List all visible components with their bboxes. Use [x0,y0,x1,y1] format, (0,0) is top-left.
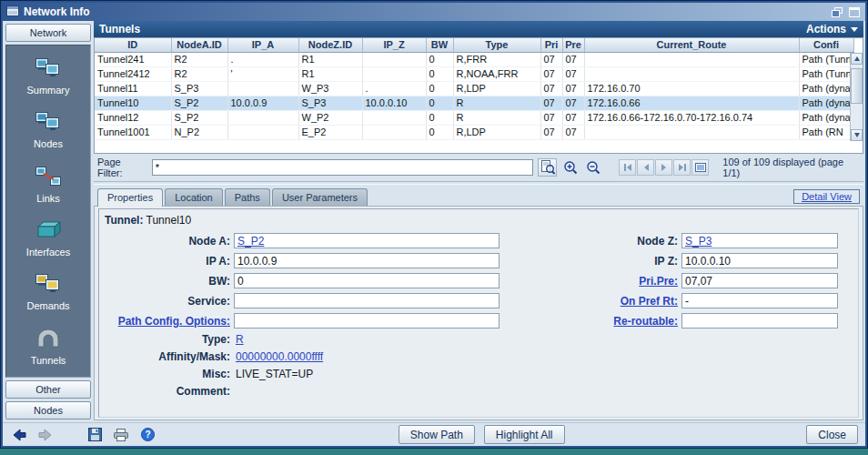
bw-field[interactable]: 0 [234,273,500,288]
scrollbar-track[interactable] [851,65,863,129]
table-cell: Tunnel12 [95,110,171,125]
column-header-id[interactable]: ID [95,38,171,52]
nodes-button[interactable]: Nodes [5,401,91,420]
table-row[interactable]: Tunnel1001N_P2E_P20R,LDP0707Path (RN [95,125,853,139]
table-row[interactable]: Tunnel12S_P2W_P20R0707172.16.0.66-172.16… [95,110,853,125]
column-header-type[interactable]: Type [453,38,540,52]
first-page-button[interactable] [619,159,636,176]
sidebar-item-tunnels[interactable]: Tunnels [6,327,90,366]
highlight-all-button[interactable]: Highlight All [484,425,565,444]
path-config-options-field[interactable] [234,313,500,329]
table-cell: 0 [426,125,453,139]
node-z-link[interactable]: S_P3 [685,235,712,248]
sidebar-item-demands[interactable]: Demands [6,272,90,311]
properties-box: Tunnel: Tunnel10 Node A: S_P2 Node Z: S_… [98,208,859,418]
main-panel: Tunnels Actions IDNodeA.IDIP_ANodeZ.IDIP… [94,21,865,422]
ip-z-field[interactable]: 10.0.0.10 [681,253,838,268]
table-cell: Tunnel1001 [95,125,171,139]
table-row[interactable]: Tunnel241R2.R10R,FRR0707Path (Tunne [95,52,853,66]
table-vertical-scrollbar[interactable] [850,53,863,141]
table-row[interactable]: Tunnel11S_P3W_P3.0R,LDP0707172.16.0.70Pa… [95,81,853,96]
service-field[interactable] [234,293,500,308]
type-value-cell: R [234,333,838,346]
page-filter-bar: Page Filter: [94,156,863,179]
scroll-down-button[interactable] [851,129,863,141]
preview-button[interactable] [538,158,557,177]
scroll-up-button[interactable] [851,53,863,65]
type-link[interactable]: R [236,333,244,346]
node-z-field[interactable]: S_P3 [681,233,838,248]
sidebar-item-summary[interactable]: Summary [6,56,90,96]
zoom-in-button[interactable] [561,158,579,177]
misc-label: Misc: [103,368,230,380]
column-header-bw[interactable]: BW [426,38,453,52]
pri-pre-label-link[interactable]: Pri.Pre: [503,275,678,288]
previous-page-button[interactable] [637,159,654,176]
close-button[interactable]: Close [806,425,858,444]
table-row[interactable]: Tunnel2412R2'R10R,NOAA,FRR0707Path (Tunn… [95,66,853,81]
node-a-link[interactable]: S_P2 [237,235,264,248]
page-filter-input[interactable] [152,159,533,176]
node-z-label: Node Z: [503,235,678,248]
back-button[interactable] [10,426,28,444]
tab-properties[interactable]: Properties [97,188,163,207]
list-view-button[interactable] [691,159,709,176]
print-icon-button[interactable] [112,426,130,444]
table-cell: Tunnel2412 [95,66,171,81]
forward-button[interactable] [36,426,55,444]
zoom-out-button[interactable] [584,158,601,177]
restore-button[interactable] [830,5,844,18]
save-icon-button[interactable] [86,426,104,444]
affinity-mask-link[interactable]: 00000000.0000ffff [236,350,323,363]
tunnels-icon [35,327,62,354]
titlebar[interactable]: Network Info [3,3,865,21]
help-icon-button[interactable]: ? [138,426,156,444]
sidebar-item-nodes[interactable]: Nodes [6,110,90,149]
tab-user-parameters[interactable]: User Parameters [272,188,368,206]
on-pref-rt-field[interactable]: - [681,293,838,308]
column-header-current-route[interactable]: Current_Route [584,38,799,52]
table-cell: 07 [540,81,562,96]
tab-paths[interactable]: Paths [225,188,270,206]
next-page-button[interactable] [655,159,672,176]
table-cell: Tunnel10 [95,96,171,110]
on-pref-rt-label-link[interactable]: On Pref Rt: [503,295,678,308]
footer-bar: ? Show Path Highlight All Close [3,422,865,446]
table-cell [227,125,298,139]
column-header-nodez-id[interactable]: NodeZ.ID [298,38,362,52]
table-cell [584,125,799,139]
sidebar-item-label: Interfaces [26,247,70,258]
column-header-ip-a[interactable]: IP_A [227,38,298,52]
column-header-pri[interactable]: Pri [540,38,562,52]
sidebar-item-links[interactable]: Links [6,165,90,204]
nodes-icon [35,110,62,137]
re-routable-field[interactable] [681,313,838,329]
column-header-ip-z[interactable]: IP_Z [362,38,426,52]
maximize-button[interactable] [847,5,862,18]
column-header-pre[interactable]: Pre [562,38,584,52]
scrollbar-thumb[interactable] [851,68,863,104]
last-page-button[interactable] [673,159,691,176]
path-config-options-label-link[interactable]: Path Config. Options: [103,315,230,328]
pri-pre-field[interactable]: 07,07 [681,273,838,288]
sidebar: Network SummaryNodesLinksInterfacesDeman… [3,21,94,422]
table-cell: 07 [562,52,584,66]
actions-menu-button[interactable]: Actions [806,23,858,35]
column-header-confi[interactable]: Confi [799,38,853,52]
bw-label: BW: [103,275,230,288]
re-routable-label-link[interactable]: Re-routable: [503,315,678,328]
properties-panel: Tunnel: Tunnel10 Node A: S_P2 Node Z: S_… [94,206,863,420]
node-a-field[interactable]: S_P2 [234,233,500,248]
table-cell: W_P3 [298,81,362,96]
ip-a-field[interactable]: 10.0.0.9 [234,253,500,268]
show-path-button[interactable]: Show Path [399,425,475,444]
column-header-nodea-id[interactable]: NodeA.ID [171,38,227,52]
svg-text:?: ? [145,430,150,440]
sidebar-item-interfaces[interactable]: Interfaces [6,218,90,258]
other-button[interactable]: Other [5,380,91,399]
detail-view-link[interactable]: Detail View [793,189,860,204]
tab-location[interactable]: Location [165,188,223,206]
table-row[interactable]: Tunnel10S_P210.0.0.9S_P310.0.0.100R07071… [95,96,853,110]
network-button[interactable]: Network [5,24,91,42]
sidebar-icon-panel: SummaryNodesLinksInterfacesDemandsTunnel… [5,45,91,378]
